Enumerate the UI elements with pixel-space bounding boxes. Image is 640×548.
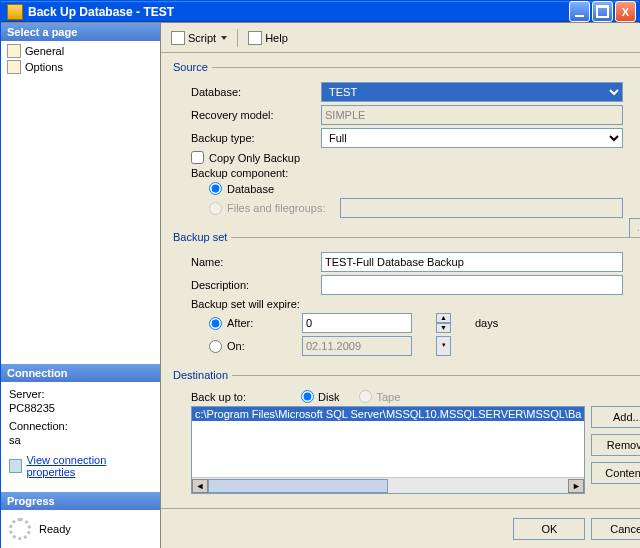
progress-status: Ready: [39, 523, 71, 535]
connection-value: sa: [9, 434, 152, 446]
recovery-model-field: [321, 105, 623, 125]
scroll-thumb[interactable]: [208, 479, 388, 493]
progress-panel: Ready: [1, 510, 160, 548]
help-button[interactable]: Help: [244, 29, 292, 47]
tape-label: Tape: [376, 391, 400, 403]
component-files-radio: [209, 202, 222, 215]
window-icon: [7, 4, 23, 20]
expire-days-input[interactable]: [302, 313, 412, 333]
page-icon: [7, 60, 21, 74]
expire-label: Backup set will expire:: [191, 298, 300, 310]
database-select[interactable]: TEST: [321, 82, 623, 102]
expire-on-radio[interactable]: [209, 340, 222, 353]
contents-button[interactable]: Contents: [591, 462, 640, 484]
radio-database-label: Database: [227, 183, 274, 195]
expire-date-input: [302, 336, 412, 356]
connection-header: Connection: [1, 364, 160, 382]
after-label: After:: [227, 317, 297, 329]
backup-description-input[interactable]: [321, 275, 623, 295]
copy-only-label: Copy Only Backup: [209, 152, 300, 164]
recovery-label: Recovery model:: [191, 109, 321, 121]
source-group: Source Database: TEST Recovery model:: [173, 61, 640, 225]
nav-label: Options: [25, 61, 63, 73]
nav-label: General: [25, 45, 64, 57]
connection-icon: [9, 459, 22, 473]
script-icon: [171, 31, 185, 45]
expire-days-spinner[interactable]: ▲▼: [436, 313, 451, 333]
script-button[interactable]: Script: [167, 29, 231, 47]
ok-button[interactable]: OK: [513, 518, 585, 540]
component-label: Backup component:: [191, 167, 321, 179]
script-label: Script: [188, 32, 216, 44]
backup-to-label: Back up to:: [191, 391, 281, 403]
dialog-body: Select a page General Options Connection…: [1, 22, 639, 548]
left-pane: Select a page General Options Connection…: [1, 23, 161, 548]
backup-database-dialog: Back Up Database - TEST X Select a page …: [0, 0, 640, 548]
add-button[interactable]: Add...: [591, 406, 640, 428]
progress-spinner-icon: [9, 518, 31, 540]
window-title: Back Up Database - TEST: [28, 5, 567, 19]
content-area: Source Database: TEST Recovery model:: [161, 53, 640, 508]
server-label: Server:: [9, 388, 152, 400]
component-database-radio[interactable]: [209, 182, 222, 195]
page-icon: [7, 44, 21, 58]
database-label: Database:: [191, 86, 321, 98]
right-pane: Script Help Source Database: T: [161, 23, 640, 548]
scroll-right-button[interactable]: ►: [568, 479, 584, 493]
minimize-button[interactable]: [569, 1, 590, 22]
filegroups-field: [340, 198, 623, 218]
toolbar-separator: [237, 29, 238, 47]
expire-after-radio[interactable]: [209, 317, 222, 330]
toolbar: Script Help: [161, 23, 640, 53]
copy-only-checkbox[interactable]: [191, 151, 204, 164]
disk-radio[interactable]: [301, 390, 314, 403]
tape-radio-wrap: Tape: [359, 390, 400, 403]
backup-type-label: Backup type:: [191, 132, 321, 144]
help-label: Help: [265, 32, 288, 44]
destination-group: Destination Back up to: Disk Tape: [173, 369, 640, 498]
scroll-left-button[interactable]: ◄: [192, 479, 208, 493]
disk-label: Disk: [318, 391, 339, 403]
destination-listbox[interactable]: c:\Program Files\Microsoft SQL Server\MS…: [191, 406, 585, 494]
backup-set-group: Backup set Name: Description: Backup set…: [173, 231, 640, 363]
radio-files-label: Files and filegroups:: [227, 202, 325, 214]
close-button[interactable]: X: [615, 1, 636, 22]
server-value: PC88235: [9, 402, 152, 414]
titlebar[interactable]: Back Up Database - TEST X: [1, 1, 639, 22]
cancel-button[interactable]: Cancel: [591, 518, 640, 540]
nav-item-options[interactable]: Options: [1, 59, 160, 75]
destination-legend: Destination: [173, 369, 232, 381]
backup-set-legend: Backup set: [173, 231, 231, 243]
dialog-footer: OK Cancel: [161, 508, 640, 548]
disk-radio-wrap[interactable]: Disk: [301, 390, 339, 403]
link-label: View connection properties: [26, 454, 152, 478]
maximize-button[interactable]: [592, 1, 613, 22]
days-unit: days: [475, 317, 498, 329]
view-connection-properties-link[interactable]: View connection properties: [9, 454, 152, 478]
destination-path-item[interactable]: c:\Program Files\Microsoft SQL Server\MS…: [192, 407, 584, 421]
help-icon: [248, 31, 262, 45]
progress-header: Progress: [1, 492, 160, 510]
on-label: On:: [227, 340, 297, 352]
remove-button[interactable]: Remove: [591, 434, 640, 456]
chevron-down-icon: [221, 36, 227, 40]
select-page-header: Select a page: [1, 23, 160, 41]
backup-name-input[interactable]: [321, 252, 623, 272]
backup-type-select[interactable]: Full: [321, 128, 623, 148]
source-legend: Source: [173, 61, 212, 73]
name-label: Name:: [191, 256, 321, 268]
expire-date-picker[interactable]: ▾: [436, 336, 451, 356]
nav-item-general[interactable]: General: [1, 43, 160, 59]
page-nav-list: General Options: [1, 41, 160, 77]
tape-radio: [359, 390, 372, 403]
description-label: Description:: [191, 279, 321, 291]
horizontal-scrollbar[interactable]: ◄ ►: [192, 477, 584, 493]
connection-panel: Server: PC88235 Connection: sa View conn…: [1, 382, 160, 484]
connection-label: Connection:: [9, 420, 152, 432]
